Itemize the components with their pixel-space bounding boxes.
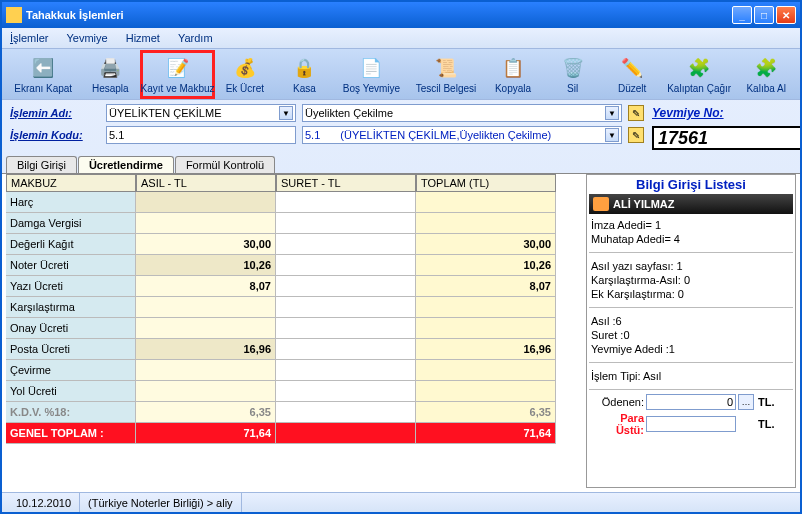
duzelt-button[interactable]: ✏️Düzelt [602, 53, 662, 96]
row-label: Onay Ücreti [6, 318, 136, 339]
chevron-down-icon[interactable]: ▼ [605, 106, 619, 120]
bos-yevmiye-button[interactable]: 📄Boş Yevmiye [334, 53, 408, 96]
tl-suffix-1: TL. [758, 396, 778, 408]
row-toplam [416, 381, 556, 402]
row-label: Posta Ücreti [6, 339, 136, 360]
para-ustu-input[interactable] [646, 416, 736, 432]
row-asil[interactable] [136, 213, 276, 234]
kdv-cell [276, 402, 416, 423]
tab-ucretlendirme[interactable]: Ücretlendirme [78, 156, 174, 173]
row-label: Noter Ücreti [6, 255, 136, 276]
kdv-cell: K.D.V. %18: [6, 402, 136, 423]
app-icon [6, 7, 22, 23]
delete-scroll-icon: 🗑️ [560, 55, 586, 81]
tab-bilgi-girisi[interactable]: Bilgi Girişi [6, 156, 77, 173]
row-toplam: 8,07 [416, 276, 556, 297]
menu-hizmet[interactable]: Hizmet [126, 32, 160, 44]
row-label: Yol Ücreti [6, 381, 136, 402]
tab-formul-kontrolu[interactable]: Formül Kontrolü [175, 156, 275, 173]
islem-kodu-select-2[interactable]: 5.1(ÜYELİKTEN ÇEKİLME,Üyelikten Çekilme)… [302, 126, 622, 144]
titlebar: Tahakkuk İşlemleri _ □ ✕ [2, 2, 800, 28]
odenen-input[interactable] [646, 394, 736, 410]
toolbar: ⬅️Ekranı Kapat 🖨️Hesapla 📝Kayıt ve Makbu… [2, 48, 800, 100]
kaliba-al-button[interactable]: 🧩Kalıba Al [736, 53, 796, 96]
row-suret[interactable] [276, 192, 416, 213]
row-suret[interactable] [276, 297, 416, 318]
islem-kodu-input[interactable]: 5.1 [106, 126, 296, 144]
kdv-cell: 6,35 [136, 402, 276, 423]
row-asil[interactable]: 16,96 [136, 339, 276, 360]
row-toplam [416, 213, 556, 234]
row-asil[interactable] [136, 192, 276, 213]
people-icon [593, 197, 609, 211]
person-list-item[interactable]: ALİ YILMAZ [589, 194, 793, 214]
certificate-icon: 📜 [433, 55, 459, 81]
row-asil[interactable] [136, 360, 276, 381]
kasa-button[interactable]: 🔒Kasa [275, 53, 335, 96]
hesapla-button[interactable]: 🖨️Hesapla [80, 53, 140, 96]
total-cell [276, 423, 416, 444]
ek-karsilastirma: Ek Karşılaştırma: 0 [591, 287, 791, 301]
row-asil[interactable] [136, 381, 276, 402]
yevmiye-adedi: Yevmiye Adedi :1 [591, 342, 791, 356]
islem-kodu-label: İşlemin Kodu: [10, 129, 100, 141]
row-suret[interactable] [276, 360, 416, 381]
total-cell: GENEL TOPLAM : [6, 423, 136, 444]
odenen-more-button[interactable]: … [738, 394, 754, 410]
row-suret[interactable] [276, 381, 416, 402]
col-makbuz: MAKBUZ [6, 174, 136, 192]
minimize-button[interactable]: _ [732, 6, 752, 24]
row-toplam: 10,26 [416, 255, 556, 276]
close-button[interactable]: ✕ [776, 6, 796, 24]
yevmiye-no-value: 17561 [652, 126, 802, 150]
puzzle-out-icon: 🧩 [753, 55, 779, 81]
row-suret[interactable] [276, 213, 416, 234]
edit-scroll-icon: ✏️ [619, 55, 645, 81]
puzzle-in-icon: 🧩 [686, 55, 712, 81]
row-toplam: 16,96 [416, 339, 556, 360]
row-label: Damga Vergisi [6, 213, 136, 234]
money-bag-icon: 💰 [232, 55, 258, 81]
chevron-down-icon[interactable]: ▼ [279, 106, 293, 120]
row-label: Karşılaştırma [6, 297, 136, 318]
para-ustu-label: Para Üstü: [589, 412, 644, 436]
edit-pencil-button-1[interactable]: ✎ [628, 105, 644, 121]
tescil-belgesi-button[interactable]: 📜Tescil Belgesi [409, 53, 483, 96]
statusbar: 10.12.2010 (Türkiye Noterler Birliği) > … [2, 492, 800, 512]
islem-adi-select[interactable]: ÜYELİKTEN ÇEKİLME▼ [106, 104, 296, 122]
row-toplam [416, 192, 556, 213]
row-suret[interactable] [276, 339, 416, 360]
maximize-button[interactable]: □ [754, 6, 774, 24]
menu-yardim[interactable]: Yardım [178, 32, 213, 44]
tl-suffix-2: TL. [758, 418, 778, 430]
ek-ucret-button[interactable]: 💰Ek Ücret [215, 53, 275, 96]
pen-note-icon: 📝 [165, 55, 191, 81]
row-suret[interactable] [276, 318, 416, 339]
menu-yevmiye[interactable]: Yevmiye [67, 32, 108, 44]
row-suret[interactable] [276, 276, 416, 297]
row-asil[interactable]: 8,07 [136, 276, 276, 297]
row-asil[interactable]: 10,26 [136, 255, 276, 276]
islem-adi-label: İşlemin Adı: [10, 107, 100, 119]
sil-button[interactable]: 🗑️Sil [543, 53, 603, 96]
row-asil[interactable]: 30,00 [136, 234, 276, 255]
uyelikten-cekilme-select[interactable]: Üyelikten Çekilme▼ [302, 104, 622, 122]
kayit-makbuz-button[interactable]: 📝Kayıt ve Makbuz [140, 50, 215, 99]
odenen-label: Ödenen: [589, 396, 644, 408]
row-suret[interactable] [276, 234, 416, 255]
edit-pencil-button-2[interactable]: ✎ [628, 127, 644, 143]
status-path: (Türkiye Noterler Birliği) > aliy [80, 493, 242, 512]
person-name: ALİ YILMAZ [613, 198, 675, 210]
imza-adedi: İmza Adedi= 1 [591, 218, 791, 232]
ekrani-kapat-button[interactable]: ⬅️Ekranı Kapat [6, 53, 80, 96]
row-asil[interactable] [136, 297, 276, 318]
row-asil[interactable] [136, 318, 276, 339]
kaliptan-cagir-button[interactable]: 🧩Kalıptan Çağır [662, 53, 736, 96]
menubar: İİşlemlerşlemler Yevmiye Hizmet Yardım [2, 28, 800, 48]
titlebar-text: Tahakkuk İşlemleri [26, 9, 732, 21]
app-window: Tahakkuk İşlemleri _ □ ✕ İİşlemlerşlemle… [0, 0, 802, 514]
menu-islemler[interactable]: İİşlemlerşlemler [10, 32, 49, 44]
kopyala-button[interactable]: 📋Kopyala [483, 53, 543, 96]
chevron-down-icon[interactable]: ▼ [605, 128, 619, 142]
row-suret[interactable] [276, 255, 416, 276]
